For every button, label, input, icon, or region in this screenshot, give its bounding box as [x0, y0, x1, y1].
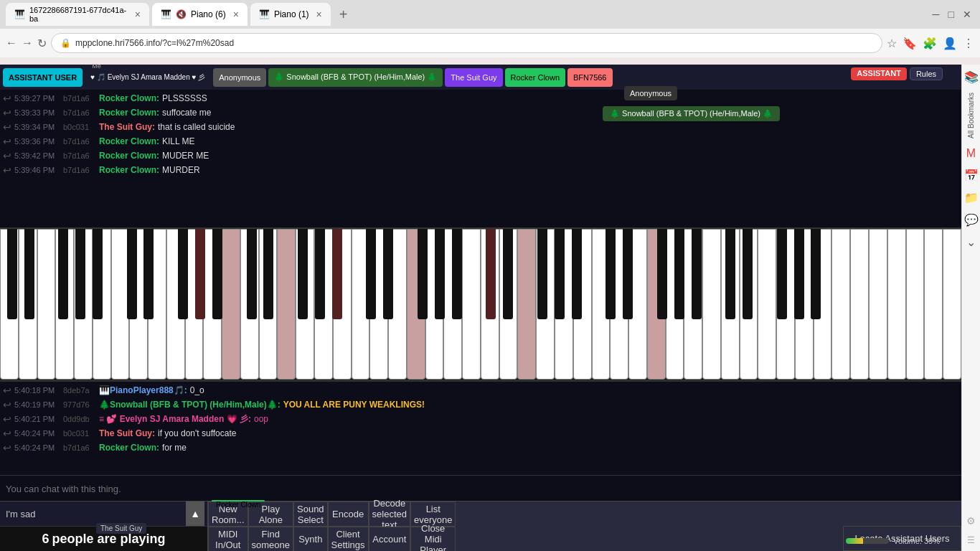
- black-key-31[interactable]: [743, 229, 753, 319]
- settings-icon[interactable]: ⚙: [966, 515, 976, 527]
- black-key-20[interactable]: [486, 229, 496, 319]
- minimize-button[interactable]: ─: [930, 6, 943, 23]
- black-key-16[interactable]: [383, 229, 393, 319]
- sad-input[interactable]: [3, 506, 186, 522]
- chat-input[interactable]: [3, 479, 958, 499]
- gmail-icon[interactable]: M: [966, 147, 976, 160]
- expand-icon[interactable]: ⌄: [966, 235, 976, 249]
- white-key-38[interactable]: [702, 229, 721, 380]
- tab-1-close[interactable]: ×: [135, 9, 141, 20]
- black-key-33[interactable]: [794, 229, 804, 319]
- black-key-6[interactable]: [143, 229, 154, 319]
- account-button[interactable]: Account: [369, 527, 410, 551]
- dropdown-button[interactable]: ▲: [186, 501, 204, 526]
- decode-button[interactable]: Decode selected text: [369, 501, 410, 527]
- midi-inout-button[interactable]: MIDI In/Out: [208, 527, 248, 551]
- black-key-23[interactable]: [555, 229, 565, 319]
- black-key-18[interactable]: [435, 229, 445, 319]
- tab-evelyn[interactable]: ♥ 🎵 Evelyn SJ Amara Madden ♥ 彡: [85, 68, 211, 87]
- chat-icon[interactable]: 💬: [964, 213, 979, 227]
- white-key-25[interactable]: [462, 229, 481, 380]
- white-key-47[interactable]: [869, 229, 887, 380]
- black-key-8[interactable]: [195, 229, 205, 319]
- synth-button[interactable]: Synth: [293, 527, 328, 551]
- black-key-21[interactable]: [503, 229, 513, 319]
- black-key-14[interactable]: [332, 229, 342, 319]
- black-key-10[interactable]: [247, 229, 257, 319]
- extension-button[interactable]: 🧩: [923, 37, 937, 50]
- tab-2[interactable]: 🎹 🔇 Piano (6) ×: [152, 3, 248, 26]
- black-key-22[interactable]: [537, 229, 547, 319]
- reply-icon[interactable]: ↩: [3, 413, 11, 425]
- white-key-28[interactable]: [517, 229, 536, 380]
- black-key-24[interactable]: [572, 229, 582, 319]
- reply-icon[interactable]: ↩: [3, 441, 11, 454]
- black-key-15[interactable]: [366, 229, 376, 319]
- black-key-13[interactable]: [315, 229, 325, 319]
- encode-button[interactable]: Encode: [328, 501, 369, 527]
- black-key-2[interactable]: [58, 229, 68, 319]
- tab-suit-guy[interactable]: The Suit Guy: [445, 68, 502, 87]
- piano-keyboard[interactable]: [0, 227, 961, 382]
- reply-icon[interactable]: ↩: [3, 427, 11, 440]
- refresh-button[interactable]: ↻: [37, 37, 47, 50]
- reply-icon[interactable]: ↩: [3, 135, 11, 148]
- close-midi-button[interactable]: Close Midi Player: [410, 527, 456, 551]
- client-settings-button[interactable]: Client Settings: [328, 527, 369, 551]
- black-key-17[interactable]: [418, 229, 428, 319]
- white-key-12[interactable]: [222, 229, 240, 380]
- black-key-26[interactable]: [623, 229, 633, 319]
- drive-icon[interactable]: 📁: [964, 191, 979, 204]
- tab-3-close[interactable]: ×: [316, 9, 322, 20]
- black-key-29[interactable]: [692, 229, 702, 319]
- white-key-15[interactable]: [277, 229, 296, 380]
- reply-icon[interactable]: ↩: [3, 398, 11, 411]
- reply-icon[interactable]: ↩: [3, 384, 11, 397]
- black-key-11[interactable]: [263, 229, 273, 319]
- black-key-7[interactable]: [178, 229, 188, 319]
- white-key-46[interactable]: [850, 229, 869, 380]
- white-key-49[interactable]: [906, 229, 925, 380]
- tab-2-close[interactable]: ×: [233, 9, 239, 20]
- profile-button[interactable]: 👤: [943, 37, 957, 50]
- tab-assistant-user[interactable]: ASSISTANT USER: [3, 68, 83, 87]
- black-key-5[interactable]: [127, 229, 137, 319]
- white-key-51[interactable]: [943, 229, 961, 380]
- black-key-9[interactable]: [212, 229, 222, 319]
- black-key-28[interactable]: [674, 229, 684, 319]
- chat-area[interactable]: ↩ 5:39:27 PM b7d1a6 Rocker Clown: PLSSSS…: [0, 90, 961, 227]
- address-bar[interactable]: 🔒 mppclone.hri7566.info/?c=l%27m%20sad: [51, 33, 882, 53]
- rules-button[interactable]: Rules: [910, 67, 943, 80]
- black-key-4[interactable]: [93, 229, 103, 319]
- black-key-30[interactable]: [725, 229, 735, 319]
- reply-icon[interactable]: ↩: [3, 121, 11, 133]
- reply-icon[interactable]: ↩: [3, 106, 11, 119]
- reply-icon[interactable]: ↩: [3, 149, 11, 162]
- black-key-19[interactable]: [452, 229, 462, 319]
- tab-3[interactable]: 🎹 Piano (1) ×: [250, 3, 331, 26]
- sound-select-button[interactable]: Sound Select: [293, 501, 328, 527]
- menu-button[interactable]: ⋮: [963, 37, 974, 50]
- white-key-41[interactable]: [758, 229, 776, 380]
- black-key-12[interactable]: [298, 229, 308, 319]
- black-key-27[interactable]: [657, 229, 667, 319]
- white-key-45[interactable]: [831, 229, 850, 380]
- reply-icon[interactable]: ↩: [3, 92, 11, 105]
- tab-bfn7566[interactable]: BFN7566: [567, 68, 612, 87]
- black-key-32[interactable]: [777, 229, 787, 319]
- star-button[interactable]: ☆: [887, 37, 897, 50]
- black-key-3[interactable]: [75, 229, 85, 319]
- calendar-icon[interactable]: 📅: [964, 169, 979, 182]
- black-key-34[interactable]: [811, 229, 821, 319]
- close-button[interactable]: ✕: [960, 6, 974, 23]
- sidebar-settings-icon[interactable]: ☰: [967, 535, 975, 545]
- maximize-button[interactable]: □: [946, 6, 957, 23]
- tab-snowball[interactable]: 🌲 Snowball (BFB & TPOT) (He/Him,Male) 🌲: [268, 68, 443, 87]
- black-key-1[interactable]: [24, 229, 34, 319]
- white-key-48[interactable]: [887, 229, 906, 380]
- back-button[interactable]: ←: [6, 37, 17, 50]
- tab-1[interactable]: 🎹 1672286687191-677dc41a-ba ×: [6, 3, 149, 26]
- black-key-0[interactable]: [7, 229, 17, 319]
- white-key-50[interactable]: [924, 229, 943, 380]
- tab-anonymous[interactable]: Anonymous: [213, 68, 266, 87]
